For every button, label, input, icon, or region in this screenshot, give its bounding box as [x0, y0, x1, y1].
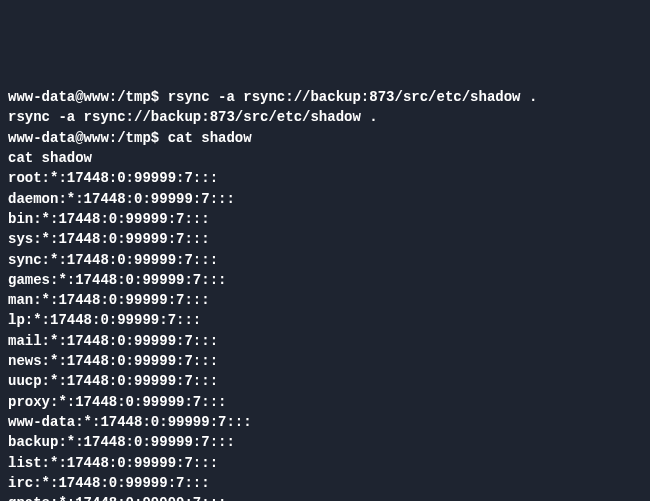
- terminal-line: www-data:*:17448:0:99999:7:::: [8, 412, 642, 432]
- output-text: sys:*:17448:0:99999:7:::: [8, 231, 210, 247]
- output-text: news:*:17448:0:99999:7:::: [8, 353, 218, 369]
- terminal-line: bin:*:17448:0:99999:7:::: [8, 209, 642, 229]
- output-text: games:*:17448:0:99999:7:::: [8, 272, 226, 288]
- terminal-window[interactable]: www-data@www:/tmp$ rsync -a rsync://back…: [8, 87, 642, 501]
- command-text: cat shadow: [168, 130, 252, 146]
- command-text: rsync -a rsync://backup:873/src/etc/shad…: [168, 89, 538, 105]
- terminal-line: news:*:17448:0:99999:7:::: [8, 351, 642, 371]
- output-text: backup:*:17448:0:99999:7:::: [8, 434, 235, 450]
- terminal-line: man:*:17448:0:99999:7:::: [8, 290, 642, 310]
- output-text: gnats:*:17448:0:99999:7:::: [8, 495, 226, 501]
- terminal-line: www-data@www:/tmp$ cat shadow: [8, 128, 642, 148]
- output-text: www-data:*:17448:0:99999:7:::: [8, 414, 252, 430]
- output-text: sync:*:17448:0:99999:7:::: [8, 252, 218, 268]
- output-text: man:*:17448:0:99999:7:::: [8, 292, 210, 308]
- terminal-line: gnats:*:17448:0:99999:7:::: [8, 493, 642, 501]
- terminal-line: list:*:17448:0:99999:7:::: [8, 453, 642, 473]
- output-text: uucp:*:17448:0:99999:7:::: [8, 373, 218, 389]
- terminal-line: root:*:17448:0:99999:7:::: [8, 168, 642, 188]
- terminal-line: daemon:*:17448:0:99999:7:::: [8, 189, 642, 209]
- shell-prompt: www-data@www:/tmp$: [8, 89, 168, 105]
- terminal-line: sync:*:17448:0:99999:7:::: [8, 250, 642, 270]
- terminal-line: rsync -a rsync://backup:873/src/etc/shad…: [8, 107, 642, 127]
- terminal-line: mail:*:17448:0:99999:7:::: [8, 331, 642, 351]
- output-text: irc:*:17448:0:99999:7:::: [8, 475, 210, 491]
- shell-prompt: www-data@www:/tmp$: [8, 130, 168, 146]
- terminal-line: sys:*:17448:0:99999:7:::: [8, 229, 642, 249]
- terminal-line: cat shadow: [8, 148, 642, 168]
- output-text: root:*:17448:0:99999:7:::: [8, 170, 218, 186]
- output-text: list:*:17448:0:99999:7:::: [8, 455, 218, 471]
- terminal-line: www-data@www:/tmp$ rsync -a rsync://back…: [8, 87, 642, 107]
- terminal-line: backup:*:17448:0:99999:7:::: [8, 432, 642, 452]
- output-text: proxy:*:17448:0:99999:7:::: [8, 394, 226, 410]
- output-text: mail:*:17448:0:99999:7:::: [8, 333, 218, 349]
- output-text: daemon:*:17448:0:99999:7:::: [8, 191, 235, 207]
- output-text: lp:*:17448:0:99999:7:::: [8, 312, 201, 328]
- terminal-line: lp:*:17448:0:99999:7:::: [8, 310, 642, 330]
- terminal-line: uucp:*:17448:0:99999:7:::: [8, 371, 642, 391]
- output-text: cat shadow: [8, 150, 92, 166]
- terminal-line: irc:*:17448:0:99999:7:::: [8, 473, 642, 493]
- terminal-line: games:*:17448:0:99999:7:::: [8, 270, 642, 290]
- output-text: rsync -a rsync://backup:873/src/etc/shad…: [8, 109, 378, 125]
- output-text: bin:*:17448:0:99999:7:::: [8, 211, 210, 227]
- terminal-line: proxy:*:17448:0:99999:7:::: [8, 392, 642, 412]
